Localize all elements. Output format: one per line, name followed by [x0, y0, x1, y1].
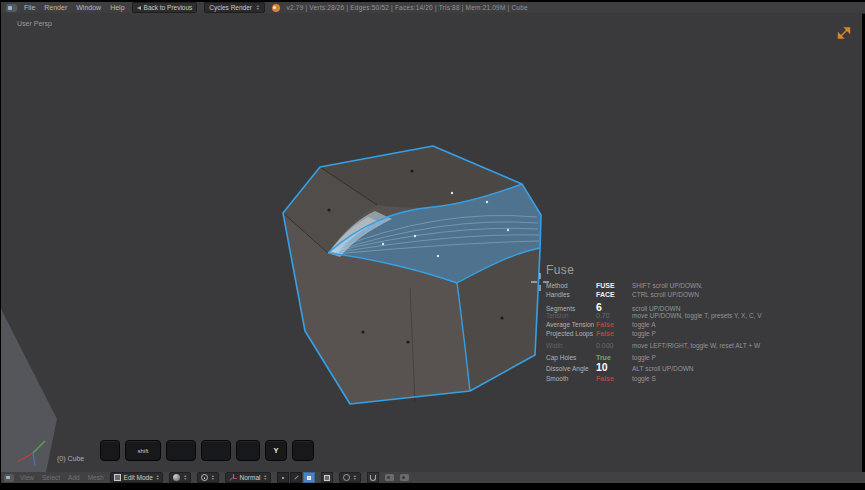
keycast-key [100, 440, 120, 461]
fuse-panel-title: Fuse [546, 263, 774, 277]
fuse-row-label: Method [546, 282, 596, 289]
fuse-row: Width0.000move LEFT/RIGHT, toggle W, res… [546, 342, 774, 351]
fuse-row: HandlesFACECTRL scroll UP/DOWN [546, 291, 774, 300]
edge-select-button[interactable] [290, 472, 302, 483]
fuse-row: Segments6scroll UP/DOWN [546, 303, 774, 312]
fuse-row-hint: move LEFT/RIGHT, toggle W, reset ALT + W [632, 342, 774, 349]
fuse-row-hint: toggle S [632, 375, 774, 382]
fuse-row-label: Smooth [546, 375, 596, 382]
fuse-row-label: Cap Holes [546, 354, 596, 361]
fuse-row-value: False [596, 321, 632, 328]
menu-help[interactable]: Help [110, 4, 124, 11]
render-opengl-image-button[interactable] [385, 474, 394, 481]
chevron-updown-icon: ▲▼ [263, 475, 267, 480]
viewport-menu-select[interactable]: Select [42, 474, 60, 481]
fuse-row-hint: CTRL scroll UP/DOWN [632, 291, 774, 298]
fuse-row-label: Average Tension [546, 321, 596, 328]
fuse-row-hint: toggle P [632, 330, 774, 337]
fuse-row-value: True [596, 354, 632, 361]
mode-label: Edit Mode [124, 474, 153, 481]
back-arrow-icon [137, 6, 141, 10]
render-opengl-anim-button[interactable] [400, 474, 409, 481]
chevron-updown-icon: ▲▼ [156, 475, 160, 480]
fuse-row: Tension0.70move UP/DOWN, toggle T, prese… [546, 312, 774, 321]
viewport-menus: ViewSelectAddMesh [20, 474, 104, 481]
keycast-key [166, 440, 196, 461]
fuse-row-value: FACE [596, 291, 632, 298]
occlude-geometry-button[interactable] [321, 472, 333, 483]
chevron-updown-icon: ▲▼ [256, 5, 260, 10]
fuse-row-value: False [596, 375, 632, 382]
pivot-icon [201, 474, 208, 481]
edit-mode-icon [114, 474, 121, 481]
back-to-previous-button[interactable]: Back to Previous [132, 2, 198, 13]
screencast-keys: shiftY [100, 440, 314, 461]
chevron-updown-icon: ▲▼ [211, 475, 215, 480]
shading-sphere-icon [173, 474, 180, 481]
viewport-menu-view[interactable]: View [20, 474, 34, 481]
fuse-row-value: 6 [596, 303, 632, 311]
fuse-row-hint: SHIFT scroll UP/DOWN. [632, 282, 774, 289]
editor-type-icon[interactable] [6, 4, 17, 12]
transform-orientation-select[interactable]: Normal ▲▼ [225, 472, 272, 483]
fuse-row-value: 0.70 [596, 312, 632, 319]
blender-logo-icon [272, 4, 280, 12]
fuse-row-label: Segments [546, 305, 596, 312]
scene-canvas[interactable] [1, 13, 862, 472]
fuse-row-label: Width [546, 342, 596, 349]
background-object[interactable] [1, 309, 57, 472]
keycast-key-y: Y [265, 440, 287, 461]
vertex-select-button[interactable] [277, 472, 289, 483]
cube-mesh[interactable] [283, 146, 541, 404]
fuse-row: MethodFUSESHIFT scroll UP/DOWN. [546, 282, 774, 291]
fuse-row-hint: scroll UP/DOWN [632, 305, 774, 312]
viewport-3d[interactable]: User Persp [1, 13, 862, 472]
fuse-row-label: Tension [546, 312, 596, 319]
fuse-row: SmoothFalsetoggle S [546, 375, 774, 384]
keycast-key [236, 440, 260, 461]
mode-select[interactable]: Edit Mode ▲▼ [110, 472, 164, 483]
fuse-hud-panel: Fuse MethodFUSESHIFT scroll UP/DOWN.Hand… [546, 263, 774, 384]
pivot-point-select[interactable]: ▲▼ [197, 472, 219, 483]
keycast-key-shift: shift [125, 440, 161, 461]
fuse-row-hint: ALT scroll UP/DOWN [632, 365, 774, 372]
fuse-row-value: False [596, 330, 632, 337]
fuse-row-label: Dissolve Angle [546, 365, 596, 372]
menu-render[interactable]: Render [44, 4, 67, 11]
viewport-menu-mesh[interactable]: Mesh [88, 474, 104, 481]
keycast-key [201, 440, 231, 461]
fuse-row-hint: toggle A [632, 321, 774, 328]
viewport-menu-add[interactable]: Add [68, 474, 80, 481]
blender-window: FileRenderWindowHelp Back to Previous Cy… [0, 0, 865, 490]
fuse-row-label: Projected Loops [546, 330, 596, 337]
snap-button[interactable] [367, 472, 379, 483]
fuse-row-value: 10 [596, 363, 632, 371]
back-button-label: Back to Previous [144, 4, 193, 11]
menu-window[interactable]: Window [76, 4, 101, 11]
render-engine-select[interactable]: Cycles Render ▲▼ [204, 2, 264, 13]
fuse-row-hint: move UP/DOWN, toggle T, presets Y, X, C,… [632, 312, 774, 319]
expand-region-icon[interactable] [837, 26, 851, 40]
orientation-label: Normal [240, 474, 261, 481]
select-mode-buttons [277, 472, 315, 483]
menu-file[interactable]: File [24, 4, 35, 11]
fuse-row: Cap HolesTruetoggle P [546, 354, 774, 363]
proportional-edit-select[interactable]: ▲▼ [339, 472, 361, 483]
fuse-row: Average TensionFalsetoggle A [546, 321, 774, 330]
fuse-row: Dissolve Angle10ALT scroll UP/DOWN [546, 363, 774, 372]
fuse-row-value: 0.000 [596, 342, 632, 349]
face-select-button[interactable] [303, 472, 315, 483]
magnet-icon [370, 475, 376, 481]
fuse-row-value: FUSE [596, 282, 632, 289]
viewport-shading-select[interactable]: ▲▼ [169, 472, 191, 483]
editor-type-icon-3dview[interactable] [4, 474, 14, 482]
top-menus: FileRenderWindowHelp [24, 4, 125, 11]
proportional-edit-icon [343, 474, 350, 481]
fuse-row-label: Handles [546, 291, 596, 298]
viewport-header: ViewSelectAddMesh Edit Mode ▲▼ ▲▼ ▲▼ Nor… [1, 472, 865, 483]
fuse-row-hint: toggle P [632, 354, 774, 361]
scene-stats: v2.79 | Verts:28/26 | Edges:50/52 | Face… [287, 4, 528, 11]
axis-icon [229, 474, 237, 482]
chevron-updown-icon: ▲▼ [353, 475, 357, 480]
keycast-key [292, 440, 314, 461]
